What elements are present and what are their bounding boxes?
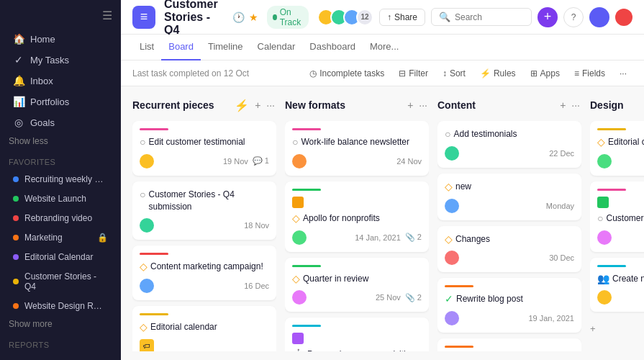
column-add-button[interactable]: + [558,98,567,112]
fav-dot-website [13,196,19,202]
card-edit-testimonial[interactable]: ○ Edit customer testimonial 19 Nov 💬 1 [132,121,276,176]
sidebar-item-marketing[interactable]: Marketing 🔒 [4,228,117,247]
status-dot [273,14,276,20]
card-tag-badge: 🏷 [140,339,154,351]
column-title-recurrent: Recurrent pieces [132,99,230,111]
card-press-release[interactable]: 🤖 Press release on acquisition 23 Dec 💬 … [285,318,429,351]
sidebar-item-inbox[interactable]: 🔔 Inbox [4,71,117,91]
sidebar-toggle[interactable]: ☰ [102,9,112,22]
tab-more[interactable]: More... [363,35,406,60]
search-icon: 🔍 [439,12,450,22]
column-actions: + ··· [406,98,429,112]
card-changes[interactable]: ◇ Changes 30 Dec [437,226,581,273]
column-header-new-formats: New formats + ··· [285,95,429,115]
tab-calendar[interactable]: Calendar [250,35,303,60]
column-design: Design + ··· ◇ Editorial cale... [590,95,644,351]
sidebar-item-customer-stories[interactable]: Customer Stories - Q4 [4,267,117,296]
column-add-button[interactable]: + [253,98,262,112]
card-quarter-review[interactable]: ◇ Quarter in review 25 Nov 📎 2 [285,258,429,312]
card-work-life[interactable]: ○ Work-life balance newsletter 24 Nov [285,121,429,176]
sidebar-item-home[interactable]: 🏠 Home [4,29,117,49]
user-avatar-2[interactable] [615,9,632,26]
card-date: 24 Nov [396,157,422,166]
add-card-button[interactable]: + [590,318,644,340]
column-add-button[interactable]: + [406,98,414,112]
tab-timeline[interactable]: Timeline [201,35,250,60]
card-title: Editorial cale... [608,136,644,148]
filter-label: Filter [409,68,428,78]
more-toolbar-button[interactable]: ··· [614,66,632,81]
incomplete-tasks-button[interactable]: ◷ Incomplete tasks [304,66,390,81]
tab-dashboard[interactable]: Dashboard [302,35,363,60]
bell-icon: 🔔 [13,75,24,86]
search-box[interactable]: 🔍 [431,8,532,26]
rules-button[interactable]: ⚡ Rules [474,66,522,81]
card-title: Customer spo... [606,212,644,225]
show-less-button[interactable]: Show less [0,133,121,149]
sidebar-item-goals[interactable]: ◎ Goals [4,112,117,132]
card-tag [597,189,626,191]
sidebar-label-recruiting: Recruiting weekly mee... [24,174,104,184]
add-button[interactable]: + [538,7,558,27]
card-tag [292,189,321,191]
project-title: Customer Stories - Q4 [164,0,224,37]
sidebar-label-goals: Goals [30,117,55,128]
card-choose-customer[interactable]: ✓ Choose customer for February spotlight… [437,338,581,351]
column-menu-button[interactable]: ··· [265,98,276,112]
search-input[interactable] [455,12,524,22]
card-avatar [597,290,612,305]
show-more-button[interactable]: Show more [0,316,121,332]
help-button[interactable]: ? [563,7,584,27]
column-new-formats: New formats + ··· ○ Work-life balance ne… [285,95,429,351]
column-title-content: Content [437,99,554,111]
card-editorial-cal[interactable]: ◇ Editorial cale... 29 Dec [590,121,644,176]
fields-button[interactable]: ≡ Fields [568,66,611,81]
card-title: new [455,181,471,193]
star-icon[interactable]: ★ [249,12,258,23]
status-group-icon: 👥 [597,273,609,284]
tab-board[interactable]: Board [161,35,201,60]
sidebar-item-editorial[interactable]: Editorial Calendar [4,248,117,266]
apps-button[interactable]: ⊞ Apps [525,66,566,81]
sidebar-item-rebranding[interactable]: Rebranding video [4,209,117,228]
sidebar-item-website-launch[interactable]: Website Launch [4,189,117,208]
card-tag [292,265,321,267]
card-add-testimonials[interactable]: ○ Add testimonials 22 Dec [437,121,581,168]
clock-icon: 🕐 [232,12,245,23]
sidebar-item-portfolios[interactable]: 📊 Portfolios [4,91,117,112]
card-content-campaign[interactable]: ◇ Content marketing campaign! 16 Dec [132,246,276,300]
sidebar-label-marketing: Marketing [24,233,91,243]
column-menu-button[interactable]: ··· [570,98,581,112]
sort-button[interactable]: ↕ Sort [437,66,471,81]
column-menu-button[interactable]: ··· [417,98,429,112]
user-avatar[interactable] [589,7,609,27]
card-avatar [445,311,459,325]
sidebar-item-recruiting[interactable]: Recruiting weekly mee... [4,170,117,189]
status-diamond-icon: ◇ [140,321,148,333]
status-circle-icon: ○ [292,136,298,148]
sidebar-item-website-design[interactable]: Website Design Reque... [4,297,117,315]
card-tag [445,346,473,348]
card-customer-spotlight[interactable]: ○ Customer spo... 18 Jan, ... [590,181,644,252]
topbar: ≡ Customer Stories - Q4 🕐 ★ On Track 12 [121,0,644,35]
goal-icon: ◎ [13,117,24,128]
card-rewrite-blog[interactable]: ✓ Rewrite blog post 19 Jan, 2021 [437,278,581,333]
card-create-new[interactable]: 👥 Create new in... 17 Dec [590,258,644,312]
tab-list[interactable]: List [132,35,161,60]
card-tag-badge [292,197,304,208]
sidebar-item-my-tasks[interactable]: ✓ My Tasks [4,50,117,70]
column-cards-design: ◇ Editorial cale... 29 Dec ○ [590,121,644,351]
card-apollo[interactable]: ◇ Apollo for nonprofits 14 Jan, 2021 📎 2 [285,181,429,252]
subnav: List Board Timeline Calendar Dashboard M… [121,35,644,60]
column-cards-recurrent: ○ Edit customer testimonial 19 Nov 💬 1 [132,121,276,351]
filter-button[interactable]: ⊟ Filter [393,66,434,81]
card-avatar [292,230,307,245]
member-count[interactable]: 12 [356,9,373,26]
column-title-new-formats: New formats [285,99,402,111]
fav-dot-customer [13,279,19,284]
card-editorial-calendar[interactable]: ◇ Editorial calendar 🏷 22 Dec [132,306,276,351]
share-icon: ↑ [387,12,391,22]
card-new[interactable]: ◇ new Monday [437,174,581,220]
share-button[interactable]: ↑ Share [379,9,425,26]
card-q4-submission[interactable]: ○ Customer Stories - Q4 submission 18 No… [132,181,276,240]
